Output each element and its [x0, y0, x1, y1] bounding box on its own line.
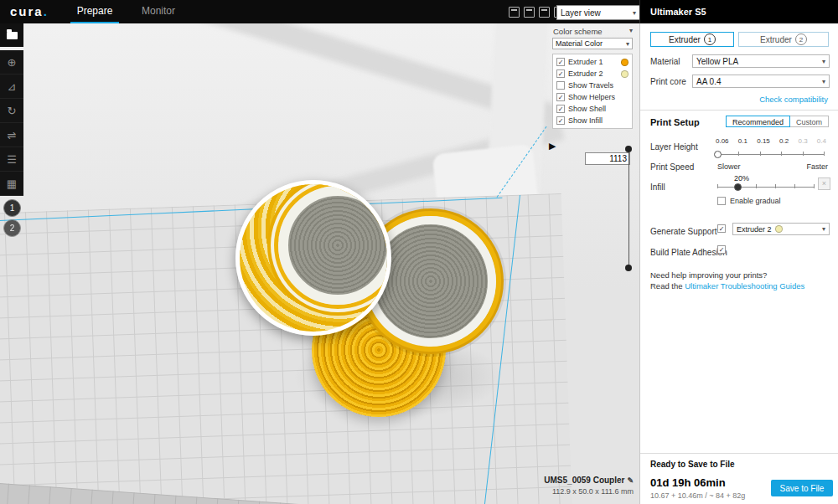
- machine-selector[interactable]: Ultimaker S5: [639, 0, 838, 23]
- support-blocker-tool[interactable]: ▦: [0, 172, 23, 196]
- extruder-number: 2: [795, 33, 807, 45]
- per-model-settings-tool[interactable]: ☰: [0, 147, 23, 172]
- print-core-value: AA 0.4: [696, 77, 721, 86]
- cura-app-window: Color scheme ▾ Material Color ▾ ✓ Extrud…: [0, 0, 838, 504]
- mirror-tool[interactable]: ⇌: [0, 123, 23, 147]
- tick-label[interactable]: 0.2: [779, 137, 789, 145]
- toggle-label: Show Helpers: [568, 93, 628, 101]
- camera-icon[interactable]: [509, 7, 520, 18]
- viewport-3d[interactable]: Color scheme ▾ Material Color ▾ ✓ Extrud…: [0, 23, 639, 504]
- layer-slider-handle-top[interactable]: [625, 146, 632, 152]
- tab-monitor[interactable]: Monitor: [136, 0, 181, 22]
- extruder-tab-label: Extruder: [760, 35, 792, 44]
- extruder-1-badge[interactable]: 1: [3, 199, 21, 217]
- mirror-icon: ⇌: [8, 129, 17, 141]
- rotate-tool[interactable]: ↻: [0, 99, 23, 123]
- rename-pencil-icon[interactable]: ✎: [627, 476, 634, 485]
- generate-support-label: Generate Support: [650, 227, 717, 236]
- toggle-label: Show Infill: [568, 116, 628, 125]
- model-info: UMS5_0059 Coupler✎ 112.9 x 50.0 x 111.6 …: [494, 476, 634, 496]
- extruder-1-tab[interactable]: Extruder 1: [650, 32, 734, 47]
- toggle-extruder-2[interactable]: ✓ Extruder 2: [553, 68, 632, 80]
- save-to-file-button[interactable]: Save to File: [771, 480, 833, 496]
- layer-number-input[interactable]: [585, 152, 630, 165]
- chevron-down-icon: ▾: [633, 9, 636, 17]
- layer-height-slider-handle[interactable]: [714, 151, 722, 158]
- print-core-select[interactable]: AA 0.4 ▾: [692, 75, 830, 88]
- setup-mode-segmented: Recommended Custom: [726, 116, 829, 127]
- toggle-show-infill[interactable]: ✓ Show Infill: [553, 115, 632, 126]
- checkbox[interactable]: [556, 81, 565, 90]
- move-tool[interactable]: ⊕: [0, 50, 23, 75]
- infill-slider-handle[interactable]: [734, 183, 742, 191]
- folder-icon[interactable]: [539, 7, 550, 18]
- support-extruder-select[interactable]: Extruder 2 ▾: [732, 223, 830, 235]
- toggle-label: Extruder 1: [568, 58, 618, 66]
- checkbox[interactable]: ✓: [556, 69, 565, 78]
- extruder-tab-label: Extruder: [669, 35, 701, 44]
- checkbox[interactable]: ✓: [556, 93, 565, 101]
- tick-label[interactable]: 0.06: [716, 137, 729, 145]
- toggle-label: Extruder 2: [568, 69, 618, 78]
- save-icon[interactable]: [524, 7, 535, 18]
- layer-height-slider-ticks: [717, 152, 825, 156]
- extruder2-color-dot: [621, 70, 628, 78]
- tool-column: ⊕ ⊿ ↻ ⇌ ☰ ▦: [0, 50, 23, 196]
- logo-text: cura: [10, 4, 44, 18]
- scale-icon: ⊿: [8, 80, 17, 93]
- support-checkbox-row[interactable]: ✓: [717, 224, 726, 233]
- checkbox[interactable]: ✓: [717, 224, 726, 233]
- checkbox[interactable]: ✓: [556, 105, 565, 113]
- scale-tool[interactable]: ⊿: [0, 75, 23, 99]
- tick-label[interactable]: 0.1: [738, 137, 747, 145]
- layer-view-options: ✓ Extruder 1 ✓ Extruder 2 Show Travels ✓…: [552, 54, 633, 129]
- custom-mode-button[interactable]: Custom: [790, 116, 829, 127]
- chevron-down-icon: ▾: [629, 27, 633, 36]
- color-scheme-title: Color scheme: [553, 27, 603, 36]
- layer-height-label: Layer Height: [650, 142, 698, 152]
- extruder-2-tab[interactable]: Extruder 2: [738, 32, 829, 47]
- support-blocker-icon: ▦: [7, 177, 17, 190]
- toggle-show-helpers[interactable]: ✓ Show Helpers: [553, 91, 632, 103]
- view-mode-select[interactable]: Layer view ▾: [556, 5, 640, 20]
- print-core-label: Print core: [650, 77, 686, 86]
- tab-label: Monitor: [142, 5, 175, 17]
- recommended-mode-button[interactable]: Recommended: [726, 116, 790, 127]
- checkbox[interactable]: [717, 197, 726, 205]
- extruder-number: 1: [704, 33, 716, 45]
- color-scheme-header[interactable]: Color scheme ▾: [553, 27, 633, 36]
- tick-label-disabled: 0.4: [817, 137, 826, 145]
- toggle-extruder-1[interactable]: ✓ Extruder 1: [553, 56, 632, 68]
- zoom-inset-circle: [235, 180, 391, 336]
- checkbox[interactable]: ✓: [556, 116, 565, 125]
- material-select[interactable]: Yellow PLA ▾: [692, 54, 830, 68]
- adhesion-checkbox-row[interactable]: ✓: [717, 245, 726, 254]
- toggle-label: Show Shell: [568, 105, 628, 113]
- chevron-down-icon: ▾: [626, 40, 629, 48]
- enable-gradual-row[interactable]: Enable gradual: [717, 197, 781, 205]
- divider: [640, 110, 838, 111]
- tick-label[interactable]: 0.15: [757, 137, 770, 145]
- play-layers-icon[interactable]: ▶: [549, 141, 556, 152]
- layer-slider-track[interactable]: [628, 149, 629, 270]
- color-scheme-select[interactable]: Material Color ▾: [552, 38, 633, 49]
- print-speed-label: Print Speed: [650, 162, 694, 172]
- troubleshooting-guides-link[interactable]: Ultimaker Troubleshooting Guides: [685, 281, 804, 291]
- check-compatibility-link[interactable]: Check compatibility: [759, 95, 828, 104]
- extruder-2-badge[interactable]: 2: [3, 219, 21, 237]
- toggle-show-travels[interactable]: Show Travels: [553, 80, 632, 91]
- help-prefix: Read the: [650, 281, 685, 291]
- checkbox[interactable]: ✓: [556, 58, 565, 66]
- toggle-label: Show Travels: [568, 81, 628, 90]
- open-file-button[interactable]: [0, 23, 23, 47]
- view-mode-value: Layer view: [561, 8, 601, 18]
- checkbox[interactable]: ✓: [717, 245, 726, 254]
- tab-prepare[interactable]: Prepare: [70, 0, 119, 23]
- toggle-show-shell[interactable]: ✓ Show Shell: [553, 103, 632, 115]
- layer-slider-handle-bottom[interactable]: [625, 265, 632, 271]
- gradual-infill-icon[interactable]: ×: [818, 177, 830, 190]
- chevron-down-icon: ▾: [822, 78, 825, 85]
- help-text: Need help improving your prints?: [650, 270, 767, 280]
- machine-name: Ultimaker S5: [650, 7, 706, 17]
- material-value: Yellow PLA: [696, 57, 738, 66]
